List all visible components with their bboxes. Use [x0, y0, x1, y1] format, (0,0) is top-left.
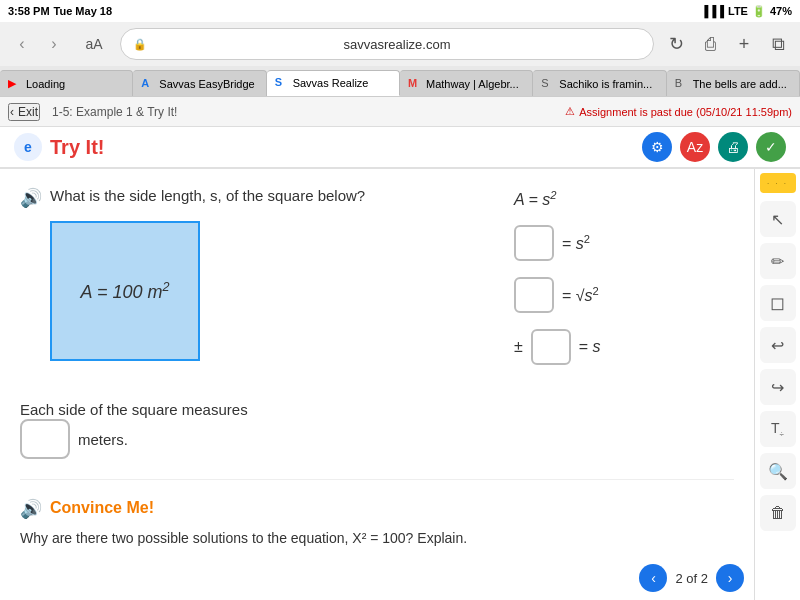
battery-pct: 47% [770, 5, 792, 17]
date: Tue May 18 [54, 5, 113, 17]
answer-prefix: Each side of the square measures [20, 401, 248, 418]
toolbar-handle[interactable]: · · · [760, 173, 796, 193]
tab-easybridge[interactable]: A Savvas EasyBridge [133, 70, 266, 96]
cursor-tool-button[interactable]: ↖ [760, 201, 796, 237]
answer-input[interactable] [20, 419, 70, 459]
tab-easybridge-favicon: A [141, 77, 155, 91]
convince-title: Convince Me! [50, 499, 154, 517]
next-page-button[interactable]: › [716, 564, 744, 592]
tab-mathway[interactable]: M Mathway | Algebr... [400, 70, 533, 96]
trash-icon: 🗑 [770, 504, 786, 522]
tab-mathway-label: Mathway | Algebr... [426, 78, 519, 90]
try-it-header: e Try It! ⚙ Az 🖨 ✓ [0, 127, 800, 169]
pencil-tool-button[interactable]: ✏ [760, 243, 796, 279]
pencil-icon: ✏ [771, 252, 784, 271]
undo-button[interactable]: ↩ [760, 327, 796, 363]
prev-page-button[interactable]: ‹ [639, 564, 667, 592]
tabs-bar: ▶ Loading A Savvas EasyBridge S Savvas R… [0, 66, 800, 96]
lock-icon: 🔒 [133, 38, 147, 51]
warning-icon: ⚠ [565, 105, 575, 118]
question-text: What is the side length, s, of the squar… [50, 185, 365, 206]
toolbar-actions: ↻ ⎙ + ⧉ [662, 30, 792, 58]
battery-icon: 🔋 [752, 5, 766, 18]
tab-realize-label: Savvas Realize [293, 77, 369, 89]
question-header: 🔊 What is the side length, s, of the squ… [20, 185, 484, 209]
tab-mathway-favicon: M [408, 77, 422, 91]
exit-label: Exit [18, 105, 38, 119]
check-icon: ✓ [765, 139, 777, 155]
eraser-tool-button[interactable]: ◻ [760, 285, 796, 321]
convince-audio-icon[interactable]: 🔊 [20, 498, 42, 520]
tab-sachiko[interactable]: S Sachiko is framin... [533, 70, 666, 96]
text-icon: T÷ [771, 420, 784, 439]
assignment-warning: ⚠ Assignment is past due (05/10/21 11:59… [565, 105, 792, 118]
az-button[interactable]: Az [680, 132, 710, 162]
convince-header: 🔊 Convince Me! [20, 496, 734, 520]
brand-icon: e [14, 133, 42, 161]
time: 3:58 PM [8, 5, 50, 17]
tab-realize[interactable]: S Savvas Realize [267, 70, 400, 96]
address-bar[interactable]: 🔒 savvasrealize.com [120, 28, 654, 60]
text-tool-button[interactable]: T÷ [760, 411, 796, 447]
audio-icon[interactable]: 🔊 [20, 187, 42, 209]
undo-icon: ↩ [771, 336, 784, 355]
question-section: 🔊 What is the side length, s, of the squ… [20, 185, 734, 381]
tab-bells-favicon: B [675, 77, 689, 91]
equation-input-3[interactable] [531, 329, 571, 365]
exit-chevron: ‹ [10, 105, 14, 119]
tab-sachiko-favicon: S [541, 77, 555, 91]
equation-row-2: = √s2 [514, 277, 734, 313]
check-button[interactable]: ✓ [756, 132, 786, 162]
square-area-label: A = 100 m2 [81, 280, 170, 303]
share-button[interactable]: ⎙ [696, 30, 724, 58]
forward-button[interactable]: › [40, 30, 68, 58]
equation-row-3: ± = s [514, 329, 734, 365]
header-actions: ⚙ Az 🖨 ✓ [642, 132, 786, 162]
equation-input-2[interactable] [514, 277, 554, 313]
question-left: 🔊 What is the side length, s, of the squ… [20, 185, 484, 381]
browser-chrome: ‹ › aA 🔒 savvasrealize.com ↻ ⎙ + ⧉ ▶ Loa… [0, 22, 800, 97]
search-tool-button[interactable]: 🔍 [760, 453, 796, 489]
answer-suffix: meters. [78, 431, 128, 448]
reader-button[interactable]: aA [76, 30, 112, 58]
tool-button[interactable]: ⚙ [642, 132, 672, 162]
cursor-icon: ↖ [771, 210, 784, 229]
eq3-text: = s [579, 338, 601, 356]
equation-section: A = s2 = s2 = √s2 ± = s [514, 185, 734, 381]
redo-button[interactable]: ↪ [760, 369, 796, 405]
eq1-text: = s2 [562, 233, 590, 253]
convince-text: Why are there two possible solutions to … [20, 528, 734, 549]
search-icon: 🔍 [768, 462, 788, 481]
equation-top: A = s2 [514, 189, 734, 209]
convince-section: 🔊 Convince Me! Why are there two possibl… [20, 479, 734, 549]
signal-icon: ▐▐▐ [701, 5, 724, 17]
handle-dots: · · · [767, 179, 788, 188]
eq2-text: = √s2 [562, 285, 599, 305]
breadcrumb: 1-5: Example 1 & Try It! [52, 105, 177, 119]
refresh-button[interactable]: ↻ [662, 30, 690, 58]
nav-buttons: ‹ › [8, 30, 68, 58]
back-button[interactable]: ‹ [8, 30, 36, 58]
address-text: savvasrealize.com [153, 37, 641, 52]
equation-input-1[interactable] [514, 225, 554, 261]
tab-loading-label: Loading [26, 78, 65, 90]
lte-label: LTE [728, 5, 748, 17]
tab-easybridge-label: Savvas EasyBridge [159, 78, 254, 90]
exit-button[interactable]: ‹ Exit [8, 103, 40, 121]
tab-loading[interactable]: ▶ Loading [0, 70, 133, 96]
az-label: Az [687, 139, 703, 155]
tabs-button[interactable]: ⧉ [764, 30, 792, 58]
answer-input-row: meters. [20, 419, 734, 459]
delete-tool-button[interactable]: 🗑 [760, 495, 796, 531]
square-diagram: A = 100 m2 [50, 221, 200, 361]
status-bar: 3:58 PM Tue May 18 ▐▐▐ LTE 🔋 47% [0, 0, 800, 22]
tab-bells[interactable]: B The bells are add... [667, 70, 800, 96]
warning-text: Assignment is past due (05/10/21 11:59pm… [579, 106, 792, 118]
tab-bells-label: The bells are add... [693, 78, 787, 90]
print-button[interactable]: 🖨 [718, 132, 748, 162]
print-icon: 🖨 [726, 139, 740, 155]
pagination: ‹ 2 of 2 › [639, 564, 744, 592]
new-tab-button[interactable]: + [730, 30, 758, 58]
page-subbar: ‹ Exit 1-5: Example 1 & Try It! ⚠ Assign… [0, 97, 800, 127]
answer-section: Each side of the square measures meters. [20, 401, 734, 459]
